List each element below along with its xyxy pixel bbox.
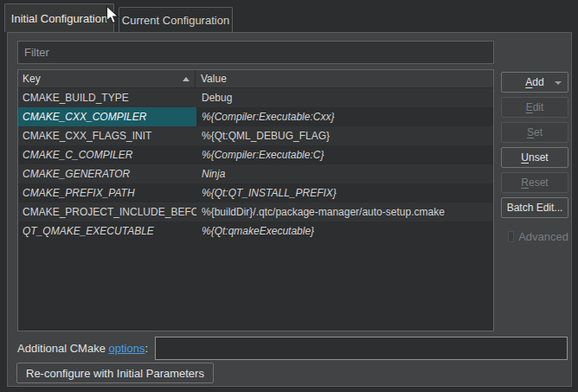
table-row: CMAKE_PREFIX_PATH %{Qt:QT_INSTALL_PREFIX… <box>18 183 493 202</box>
value-cell[interactable]: %{Qt:qmakeExecutable} <box>196 222 493 241</box>
key-cell[interactable]: CMAKE_CXX_FLAGS_INIT <box>18 126 196 145</box>
button-label: Edit <box>526 101 544 113</box>
initial-configuration-pane: Key Value CMAKE_BUILD_TYPE Debug CMAKE_C… <box>7 32 572 387</box>
options-link[interactable]: options <box>109 342 145 355</box>
tab-bar: Initial Configuration Current Configurat… <box>0 0 578 32</box>
key-cell[interactable]: CMAKE_C_COMPILER <box>18 145 196 164</box>
column-label: Value <box>201 73 227 85</box>
table-row: CMAKE_PROJECT_INCLUDE_BEFORE %{buildDir}… <box>18 202 493 222</box>
options-label-prefix: Additional CMake <box>17 342 109 355</box>
key-cell[interactable]: CMAKE_PREFIX_PATH <box>18 183 196 202</box>
tab-current-configuration[interactable]: Current Configuration <box>119 7 233 32</box>
key-cell-selected[interactable]: CMAKE_CXX_COMPILER <box>18 107 196 126</box>
dropdown-arrow-icon <box>555 81 562 85</box>
column-header-key[interactable]: Key <box>18 70 196 87</box>
button-label: Batch Edit... <box>507 202 563 214</box>
button-label: Add <box>525 76 543 88</box>
cmake-variables-table: Key Value CMAKE_BUILD_TYPE Debug CMAKE_C… <box>17 69 494 331</box>
table-header: Key Value <box>18 70 493 88</box>
checkbox-icon <box>508 231 514 242</box>
tab-label: Initial Configuration <box>11 12 107 25</box>
sort-ascending-icon <box>183 77 189 81</box>
table-row: CMAKE_C_COMPILER %{Compiler:Executable:C… <box>18 145 493 164</box>
batch-edit-button[interactable]: Batch Edit... <box>501 197 568 218</box>
table-row: CMAKE_CXX_FLAGS_INIT %{Qt:QML_DEBUG_FLAG… <box>18 126 493 145</box>
value-cell[interactable]: %{buildDir}/.qtc/package-manager/auto-se… <box>196 202 493 222</box>
edit-button[interactable]: Edit <box>501 97 568 118</box>
advanced-checkbox[interactable]: Advanced <box>501 230 568 243</box>
key-cell[interactable]: CMAKE_GENERATOR <box>18 164 196 183</box>
filter-input[interactable] <box>17 41 494 64</box>
checkbox-label: Advanced <box>518 230 568 243</box>
button-label: Set <box>527 126 543 138</box>
column-label: Key <box>22 73 41 85</box>
additional-cmake-options-input[interactable] <box>155 337 568 360</box>
button-label: Unset <box>521 151 548 164</box>
value-cell[interactable]: %{Qt:QML_DEBUG_FLAG} <box>196 126 493 145</box>
table-row: CMAKE_CXX_COMPILER %{Compiler:Executable… <box>18 107 493 126</box>
set-button[interactable]: Set <box>501 122 568 143</box>
tab-initial-configuration[interactable]: Initial Configuration <box>4 3 114 32</box>
additional-cmake-options-row: Additional CMake options: <box>17 337 568 360</box>
reset-button[interactable]: Reset <box>501 172 568 193</box>
options-label-suffix: : <box>144 342 148 355</box>
column-header-value[interactable]: Value <box>196 70 493 87</box>
table-row: CMAKE_GENERATOR Ninja <box>18 164 493 183</box>
unset-button[interactable]: Unset <box>501 147 568 168</box>
value-cell[interactable]: %{Compiler:Executable:C} <box>196 145 493 164</box>
tab-label: Current Configuration <box>122 14 229 27</box>
value-cell[interactable]: %{Compiler:Executable:Cxx} <box>196 107 493 126</box>
key-cell[interactable]: CMAKE_PROJECT_INCLUDE_BEFORE <box>18 202 196 222</box>
key-cell[interactable]: CMAKE_BUILD_TYPE <box>18 88 196 107</box>
table-row: QT_QMAKE_EXECUTABLE %{Qt:qmakeExecutable… <box>18 222 493 241</box>
action-button-column: Add Edit Set Unset Reset Batch Edit... A… <box>501 72 568 243</box>
table-row: CMAKE_BUILD_TYPE Debug <box>18 88 493 107</box>
add-button[interactable]: Add <box>501 72 568 93</box>
value-cell[interactable]: Debug <box>196 88 493 107</box>
button-label: Reset <box>521 177 548 189</box>
reconfigure-button[interactable]: Re-configure with Initial Parameters <box>16 363 214 383</box>
value-cell[interactable]: Ninja <box>196 164 493 183</box>
cmake-configuration-panel: Initial Configuration Current Configurat… <box>0 0 578 392</box>
key-cell[interactable]: QT_QMAKE_EXECUTABLE <box>18 222 196 241</box>
value-cell[interactable]: %{Qt:QT_INSTALL_PREFIX} <box>196 183 493 202</box>
